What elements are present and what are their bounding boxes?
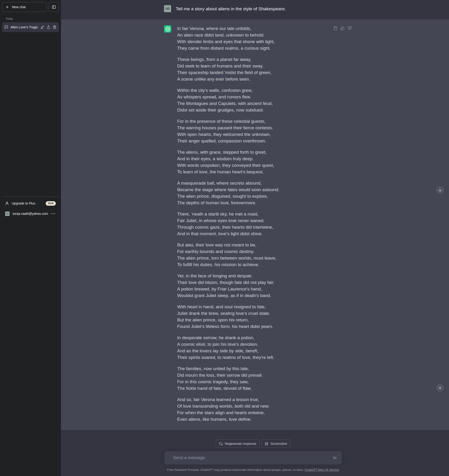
account-menu-button[interactable]: SO sonja.raath@yahoo.com •••	[2, 209, 59, 219]
poem-line: Through cosmic gaze, their hearts did in…	[177, 224, 328, 231]
poem-stanza: In fair Verona, where our tale unfolds,A…	[177, 25, 328, 51]
send-icon[interactable]	[333, 456, 337, 460]
new-badge: NEW	[46, 201, 56, 206]
poem-line: Wouldst grant Juliet sleep, as if in dea…	[177, 292, 328, 299]
footer-text: Free Research Preview. ChatGPT may produ…	[167, 468, 305, 471]
scroll-to-bottom-button[interactable]	[437, 187, 443, 194]
poem-line: For earthly bounds and cosmic destiny.	[177, 248, 328, 255]
poem-line: A scene unlike any ever before seen.	[177, 76, 328, 82]
composer-section: Regenerate response Screenshot Free Rese…	[61, 430, 449, 476]
poem-line: An alien race didst land, unknown to beh…	[177, 32, 328, 38]
upgrade-to-plus-button[interactable]: Upgrade to Plus NEW	[2, 198, 59, 209]
poem-line: These beings, from a planet far away,	[177, 56, 328, 63]
poem-line: Did seek to learn of humans and their sw…	[177, 63, 328, 69]
poem-line: With slender limbs and eyes that shone w…	[177, 38, 328, 45]
poem-line: Their spirits soared, to realms of love,…	[177, 354, 328, 361]
delete-conversation-icon[interactable]	[53, 25, 57, 29]
poem-line: Did mourn the loss, their sorrow did pre…	[177, 372, 328, 379]
poem-line: A masquerade ball, where secrets abound,	[177, 180, 328, 187]
poem-line: Yet, in the face of longing and despair,	[177, 273, 328, 279]
regenerate-icon	[219, 442, 223, 446]
poem-line: With open hearts, they welcomed the unkn…	[177, 131, 328, 138]
message-actions	[334, 25, 352, 30]
poem-line: To fulfill his duties, his mission to ac…	[177, 261, 328, 268]
poem-line: Even aliens, like humans, love define.	[177, 416, 328, 423]
sidebar: New chat Today Alien Love's Tragic T Up	[0, 0, 61, 476]
screenshot-icon	[265, 442, 268, 446]
version-link[interactable]: ChatGPT May 24 Version	[305, 468, 339, 471]
share-conversation-icon[interactable]	[47, 25, 50, 29]
poem-stanza: But alas, their love was not meant to be…	[177, 242, 328, 268]
poem-stanza: These beings, from a planet far away,Did…	[177, 56, 328, 82]
poem-line: The alien prince, disguised, sought to e…	[177, 193, 328, 200]
account-options-icon[interactable]: •••	[51, 212, 56, 215]
poem-line: But alas, their love was not meant to be…	[177, 242, 328, 248]
account-avatar: SO	[5, 211, 10, 216]
poem-line: And in that moment, love's light didst s…	[177, 231, 328, 237]
poem-stanza: Within the city's walls, confusion grew,…	[177, 87, 328, 113]
user-message-row: SO Tell me a story about aliens in the s…	[61, 0, 449, 19]
poem-line: Their anger quelled, compassion overthro…	[177, 138, 328, 144]
sidebar-item-conversation[interactable]: Alien Love's Tragic T	[2, 22, 59, 32]
copy-icon[interactable]	[334, 26, 337, 30]
regenerate-label: Regenerate response	[225, 442, 256, 446]
poem-line: There, 'neath a starlit sky, he met a ma…	[177, 211, 328, 217]
poem-stanza: A masquerade ball, where secrets abound,…	[177, 180, 328, 206]
sidebar-bottom: Upgrade to Plus NEW SO sonja.raath@yahoo…	[2, 197, 59, 219]
poem-line: Became the stage where fates would soon …	[177, 187, 328, 193]
footer-disclaimer: Free Research Preview. ChatGPT may produ…	[164, 468, 342, 471]
chat-main: SO Tell me a story about aliens in the s…	[61, 0, 449, 476]
new-chat-label: New chat	[12, 5, 26, 9]
screenshot-label: Screenshot	[270, 442, 287, 446]
poem-line: And as the lovers lay side by side, bere…	[177, 348, 328, 354]
poem-stanza: There, 'neath a starlit sky, he met a ma…	[177, 211, 328, 237]
poem-line: The fickle hand of fate, devoid of flaw.	[177, 385, 328, 392]
plus-icon	[6, 5, 9, 9]
screenshot-button[interactable]: Screenshot	[261, 439, 290, 448]
poem-line: The depths of human love, forevermore.	[177, 200, 328, 206]
assistant-message-row: In fair Verona, where our tale unfolds,A…	[61, 19, 449, 430]
poem-line: Of love transcending worlds, both old an…	[177, 403, 328, 409]
poem-line: And in their eyes, a wisdom truly deep.	[177, 156, 328, 162]
thumbs-down-icon[interactable]	[347, 26, 352, 30]
new-chat-button[interactable]: New chat	[2, 2, 47, 12]
chatgpt-logo-icon	[164, 25, 171, 33]
composer	[164, 451, 342, 465]
poem-line: Their love did bloom, though fate did no…	[177, 279, 328, 286]
poem-line: They came from distant realms, a curious…	[177, 45, 328, 51]
poem-line: And so, fair Verona learned a lesson tru…	[177, 396, 328, 403]
poem-stanza: The aliens, with grace, stepped forth to…	[177, 149, 328, 175]
poem-line: Fair Juliet, in whose eyes love never wa…	[177, 217, 328, 224]
user-icon	[5, 201, 9, 205]
poem-line: Found Juliet's lifeless form, his heart …	[177, 323, 328, 330]
regenerate-response-button[interactable]: Regenerate response	[216, 439, 260, 448]
poem-stanza: With heart in hand, and soul resigned to…	[177, 304, 328, 330]
poem-line: Juliet drank the brew, sealing love's cr…	[177, 310, 328, 317]
poem-line: With heart in hand, and soul resigned to…	[177, 304, 328, 310]
poem-stanza: And so, fair Verona learned a lesson tru…	[177, 396, 328, 423]
poem-line: In desperate sorrow, he drank a potion,	[177, 334, 328, 341]
poem-line: Their spaceship landed 'midst the field …	[177, 69, 328, 76]
chat-bubble-icon	[5, 25, 8, 29]
user-message-text: Tell me a story about aliens in the styl…	[176, 5, 286, 12]
poem-line: Within the city's walls, confusion grew,	[177, 87, 328, 94]
poem-line: The alien prince, torn between worlds, m…	[177, 255, 328, 261]
poem-stanza: In desperate sorrow, he drank a potion,A…	[177, 334, 328, 361]
poem-line: Didst set aside their grudges, now subdu…	[177, 107, 328, 113]
user-avatar: SO	[164, 5, 171, 12]
upgrade-label: Upgrade to Plus	[12, 201, 35, 205]
poem-line: For in the presence of these celestial g…	[177, 118, 328, 125]
poem-stanza: The families, now united by this tale,Di…	[177, 365, 328, 392]
conversation-title: Alien Love's Tragic T	[11, 25, 38, 29]
poem-line: To learn of love, the human heart's bequ…	[177, 169, 328, 175]
poem-line: The families, now united by this tale,	[177, 365, 328, 372]
arrow-down-icon	[438, 188, 442, 192]
message-input[interactable]	[164, 451, 342, 465]
poem-line: The aliens, with grace, stepped forth to…	[177, 149, 328, 156]
hide-sidebar-button[interactable]	[49, 2, 59, 12]
edit-title-icon[interactable]	[40, 25, 44, 29]
scroll-to-bottom-button-2[interactable]	[437, 384, 443, 391]
poem-stanza: For in the presence of these celestial g…	[177, 118, 328, 144]
thumbs-up-icon[interactable]	[341, 26, 345, 30]
poem-line: For when the stars align and hearts entw…	[177, 409, 328, 416]
